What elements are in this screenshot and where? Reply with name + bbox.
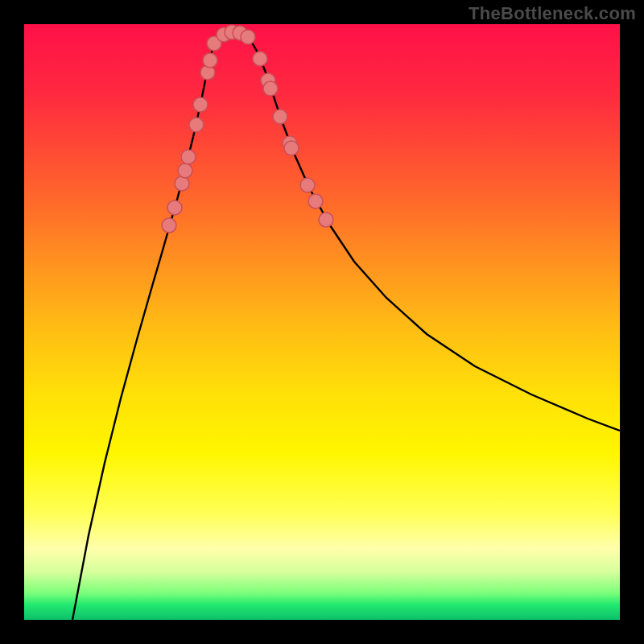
marker-group — [162, 25, 333, 233]
marker-point — [189, 118, 204, 132]
marker-point — [181, 150, 196, 164]
marker-point — [273, 109, 287, 124]
marker-point — [167, 200, 182, 215]
plot-area — [24, 24, 620, 620]
marker-point — [300, 178, 315, 192]
curve-layer — [24, 24, 620, 620]
marker-point — [253, 52, 267, 66]
chart-frame: TheBottleneck.com — [0, 0, 644, 644]
bottleneck-curve — [72, 32, 620, 620]
marker-point — [193, 97, 208, 112]
watermark-label: TheBottleneck.com — [469, 3, 636, 24]
marker-point — [175, 176, 189, 191]
marker-point — [308, 194, 323, 208]
marker-point — [203, 53, 217, 68]
marker-point — [319, 213, 333, 227]
marker-point — [178, 163, 192, 178]
marker-point — [241, 30, 255, 44]
marker-point — [162, 218, 176, 233]
marker-point — [284, 141, 299, 155]
marker-point — [263, 81, 278, 96]
